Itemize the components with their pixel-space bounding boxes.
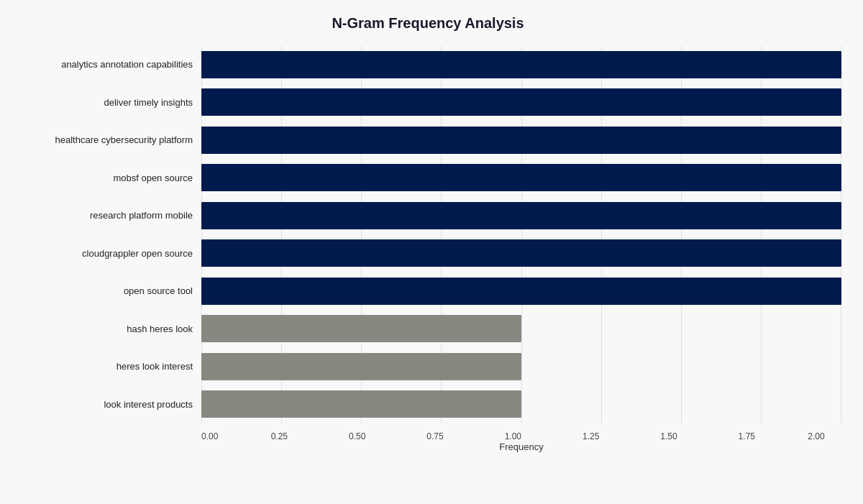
bar-row: deliver timely insights	[14, 83, 841, 121]
bar-fill	[201, 202, 841, 229]
x-tick: 1.75	[739, 431, 755, 441]
x-tick: 1.50	[660, 431, 677, 441]
bar-row: healthcare cybersecurity platform	[14, 122, 841, 159]
bar-row: analytics annotation capabilities	[14, 46, 841, 83]
chart-container: N-Gram Frequency Analysis analytics anno…	[7, 4, 856, 500]
bar-label: heres look interest	[14, 361, 201, 372]
bar-row: mobsf open source	[14, 159, 841, 196]
x-tick: 0.25	[271, 431, 288, 441]
bar-row: hash heres look	[14, 310, 841, 347]
bar-row: cloudgrappler open source	[14, 234, 841, 272]
bar-track	[201, 353, 841, 380]
bar-track	[201, 315, 841, 342]
bar-row: heres look interest	[14, 348, 841, 385]
x-tick: 0.00	[201, 431, 218, 441]
bar-label: cloudgrappler open source	[14, 248, 201, 259]
bar-fill	[201, 239, 841, 267]
x-tick: 0.50	[349, 431, 365, 441]
bar-label: open source tool	[14, 285, 201, 296]
bar-fill	[201, 353, 521, 380]
bar-row: research platform mobile	[14, 197, 841, 234]
bar-label: mobsf open source	[14, 173, 201, 183]
bar-label: hash heres look	[14, 324, 201, 334]
x-axis-label: Frequency	[201, 441, 841, 452]
bar-fill	[201, 315, 521, 342]
x-tick: 1.25	[583, 431, 599, 441]
bar-track	[201, 164, 841, 191]
bar-track	[201, 239, 841, 267]
x-tick: 2.00	[808, 431, 824, 441]
chart-area: analytics annotation capabilitiesdeliver…	[14, 46, 841, 452]
bar-label: deliver timely insights	[14, 97, 201, 108]
bar-fill	[201, 88, 841, 116]
bar-fill	[201, 164, 841, 191]
bar-fill	[201, 127, 841, 154]
bar-track	[201, 390, 841, 418]
bar-row: look interest products	[14, 385, 841, 423]
x-tick: 0.75	[426, 431, 443, 441]
x-axis: 0.000.250.500.751.001.251.501.752.00	[201, 431, 841, 441]
bar-track	[201, 51, 841, 78]
bar-track	[201, 88, 841, 116]
x-tick: 1.00	[505, 431, 521, 441]
bar-label: healthcare cybersecurity platform	[14, 134, 201, 145]
bar-label: research platform mobile	[14, 210, 201, 221]
bars-section: analytics annotation capabilitiesdeliver…	[14, 46, 841, 452]
bar-track	[201, 278, 841, 305]
bar-row: open source tool	[14, 272, 841, 310]
bar-track	[201, 127, 841, 154]
bar-label: analytics annotation capabilities	[14, 59, 201, 70]
bar-fill	[201, 278, 841, 305]
chart-title: N-Gram Frequency Analysis	[14, 15, 841, 32]
bar-fill	[201, 390, 521, 418]
bar-label: look interest products	[14, 399, 201, 410]
bar-track	[201, 202, 841, 229]
bar-fill	[201, 51, 841, 78]
